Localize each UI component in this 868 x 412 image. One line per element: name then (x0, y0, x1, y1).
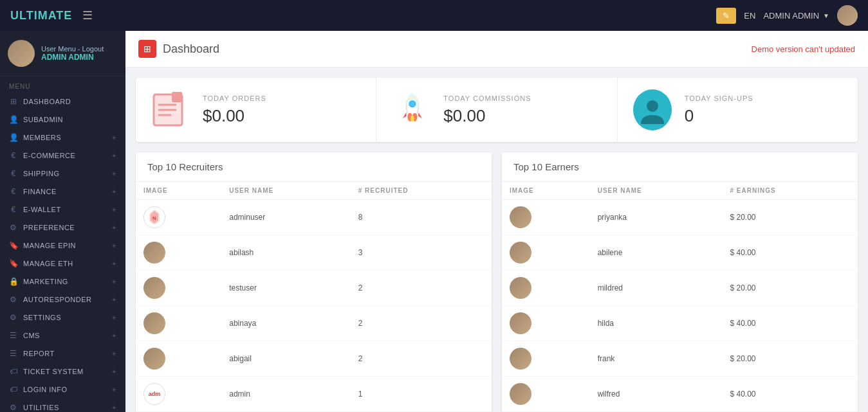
stat-card-orders: TODAY ORDERS $0.00 (136, 78, 376, 142)
plus-icon: + (112, 278, 116, 285)
page-title-wrap: ⊞ Dashboard (138, 40, 219, 58)
sidebar-item-label: SHIPPING (23, 170, 60, 177)
marketing-icon: 🔒 (9, 277, 18, 286)
recruited-cell: 3 (351, 235, 492, 271)
table-row: priyanka $ 20.00 (502, 200, 858, 235)
recruiters-table-card: Top 10 Recruiters IMAGE USER NAME # RECR… (136, 152, 492, 412)
sidebar-item-label: MANAGE ETH (23, 260, 73, 267)
stat-info-orders: TODAY ORDERS $0.00 (203, 94, 266, 126)
sidebar-item-finance[interactable]: € FINANCE + (0, 183, 125, 201)
recruited-cell: 8 (351, 200, 492, 235)
topbar-avatar[interactable] (837, 5, 858, 26)
sidebar-item-ticket-system[interactable]: 🏷 TICKET SYSTEM + (0, 363, 125, 381)
col-image-recruiter: IMAGE (136, 182, 221, 200)
main-layout: User Menu - Logout ADMIN ADMIN MENU ⊞ DA… (0, 31, 868, 412)
username-cell: mildred (590, 271, 723, 306)
sidebar-item-label: MANAGE EPIN (23, 242, 76, 249)
preference-icon: ⚙ (9, 223, 18, 232)
sidebar-item-label: FINANCE (23, 188, 57, 195)
stat-card-signups: TODAY SIGN-UPS 0 (618, 78, 858, 142)
sidebar-item-members[interactable]: 👤 MEMBERS + (0, 129, 125, 147)
svg-point-10 (647, 100, 658, 112)
table-row: testuser 2 (136, 271, 492, 306)
sidebar-item-autoresponder[interactable]: ⚙ AUTORESPONDER + (0, 291, 125, 309)
commissions-label: TODAY COMMISSIONS (443, 94, 531, 102)
sidebar-item-ewallet[interactable]: € E-WALLET + (0, 201, 125, 219)
earners-table: IMAGE USER NAME # EARNINGS priyanka $ 20… (502, 182, 858, 412)
avatar-cell (502, 235, 590, 271)
page-title-icon: ⊞ (138, 40, 156, 58)
username-cell: abilash (221, 235, 351, 271)
recruited-cell: 1 (351, 377, 492, 412)
col-username-recruiter: USER NAME (221, 182, 351, 200)
sidebar-item-ecommerce[interactable]: € E-COMMERCE + (0, 147, 125, 165)
sidebar-item-label: SETTINGS (23, 314, 61, 321)
sidebar-item-settings[interactable]: ⚙ SETTINGS + (0, 309, 125, 327)
cms-icon: ☰ (9, 331, 18, 340)
sidebar-item-label: MARKETING (23, 278, 68, 285)
avatar-cell (502, 341, 590, 377)
sidebar-item-marketing[interactable]: 🔒 MARKETING + (0, 273, 125, 291)
sidebar-username: ADMIN ADMIN (41, 53, 104, 62)
earnings-cell: $ 40.00 (723, 235, 858, 271)
plus-icon: + (112, 134, 116, 141)
sidebar-item-label: REPORT (23, 350, 55, 357)
table-row: abinaya 2 (136, 306, 492, 341)
sidebar-item-utilities[interactable]: ⚙ UTILITIES + (0, 399, 125, 412)
sidebar-item-label: E-COMMERCE (23, 152, 75, 159)
sidebar: User Menu - Logout ADMIN ADMIN MENU ⊞ DA… (0, 31, 125, 412)
plus-icon: + (112, 368, 116, 375)
user-icon: 👤 (9, 133, 18, 142)
avatar-cell: N (136, 200, 221, 235)
sidebar-item-dashboard[interactable]: ⊞ DASHBOARD (0, 93, 125, 111)
sidebar-item-shipping[interactable]: € SHIPPING + (0, 165, 125, 183)
recruited-cell: 2 (351, 341, 492, 377)
sidebar-item-report[interactable]: ☰ REPORT + (0, 345, 125, 363)
orders-label: TODAY ORDERS (203, 94, 266, 102)
ewallet-icon: € (9, 205, 18, 214)
user-menu-link[interactable]: User Menu - Logout (41, 45, 104, 53)
user-menu[interactable]: ADMIN ADMIN ▼ (763, 11, 829, 21)
person-icon-wrap (633, 89, 672, 130)
settings-icon: ⚙ (9, 313, 18, 322)
commissions-value: $0.00 (443, 106, 531, 126)
finance-icon: € (9, 187, 18, 196)
plus-icon: + (112, 386, 116, 393)
plus-icon: + (112, 260, 116, 267)
sidebar-item-label: LOGIN INFO (23, 386, 68, 393)
avatar-cell (136, 341, 221, 377)
avatar-cell (502, 200, 590, 235)
sidebar-item-login-info[interactable]: 🏷 LOGIN INFO + (0, 381, 125, 399)
earnings-cell: $ 40.00 (723, 306, 858, 341)
topbar-left: ULTIMATE ☰ (10, 8, 93, 22)
svg-text:N: N (152, 215, 156, 221)
page-header: ⊞ Dashboard Demo version can't updated (125, 31, 868, 67)
sidebar-item-cms[interactable]: ☰ CMS + (0, 327, 125, 345)
autoresponder-icon: ⚙ (9, 295, 18, 304)
signups-value: 0 (685, 106, 753, 126)
demo-notice: Demo version can't updated (752, 44, 855, 54)
table-row: wilfred $ 40.00 (502, 377, 858, 412)
username-cell: testuser (221, 271, 351, 306)
user-info: User Menu - Logout ADMIN ADMIN (41, 45, 104, 62)
edit-button[interactable]: ✎ (716, 8, 736, 24)
utilities-icon: ⚙ (9, 403, 18, 412)
sidebar-item-preference[interactable]: ⚙ PREFERENCE + (0, 219, 125, 237)
sidebar-item-label: E-WALLET (23, 206, 61, 213)
avatar-cell (136, 306, 221, 341)
avatar-cell (502, 306, 590, 341)
username-cell: abilene (590, 235, 723, 271)
eth-icon: 🔖 (9, 259, 18, 268)
ecommerce-icon: € (9, 151, 18, 160)
stat-info-signups: TODAY SIGN-UPS 0 (685, 94, 753, 126)
sidebar-item-manage-eth[interactable]: 🔖 MANAGE ETH + (0, 255, 125, 273)
sidebar-item-label: UTILITIES (23, 404, 59, 411)
stat-info-commissions: TODAY COMMISSIONS $0.00 (443, 94, 531, 126)
user-icon: 👤 (9, 115, 18, 124)
sidebar-item-subadmin[interactable]: 👤 SUBADMIN (0, 111, 125, 129)
language-selector[interactable]: EN (744, 11, 755, 21)
table-row: mildred $ 20.00 (502, 271, 858, 306)
sidebar-item-manage-epin[interactable]: 🔖 MANAGE EPIN + (0, 237, 125, 255)
menu-toggle-icon[interactable]: ☰ (82, 8, 93, 22)
plus-icon: + (112, 170, 116, 177)
